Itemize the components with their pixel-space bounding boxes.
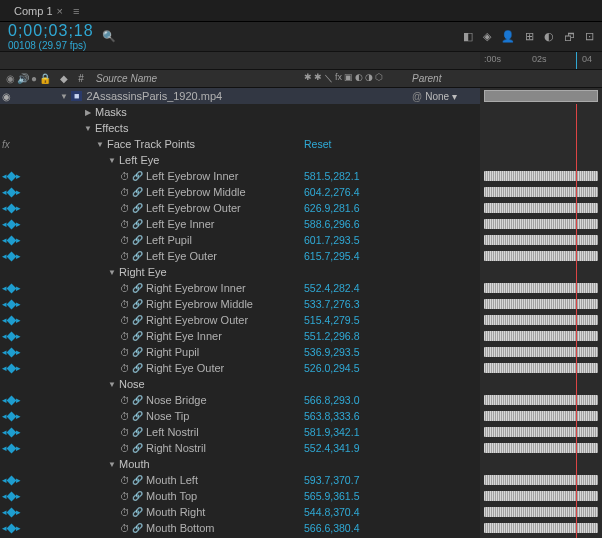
property-value[interactable]: 552.4,282.4 [304,282,412,294]
brain-icon[interactable]: ⊡ [585,30,594,43]
layer-color-label[interactable]: ■ [71,91,82,101]
property-value[interactable]: 593.7,370.7 [304,474,412,486]
twirl-icon[interactable]: ▼ [108,460,116,469]
keyframe-track[interactable] [484,315,598,325]
keyframe-diamond-icon[interactable] [7,363,17,373]
panel-menu-icon[interactable]: ≡ [73,5,79,17]
link-icon[interactable]: 🔗 [132,475,143,485]
link-icon[interactable]: 🔗 [132,395,143,405]
link-icon[interactable]: 🔗 [132,331,143,341]
label-col-icon[interactable]: ◆ [60,73,72,84]
stopwatch-icon[interactable]: ⏱ [120,299,130,310]
keyframe-diamond-icon[interactable] [7,411,17,421]
comp-tab[interactable]: Comp 1 × [6,2,71,20]
pickwhip-icon[interactable]: @ [412,91,422,102]
twirl-icon[interactable]: ▼ [108,380,116,389]
stopwatch-icon[interactable]: ⏱ [120,219,130,230]
twirl-icon[interactable]: ▼ [96,140,104,149]
twirl-icon[interactable]: ▼ [108,268,116,277]
keyframe-track[interactable] [484,235,598,245]
keyframe-track[interactable] [484,283,598,293]
stopwatch-icon[interactable]: ⏱ [120,171,130,182]
frame-blend-icon[interactable]: ⊞ [525,30,534,43]
keyframe-track[interactable] [484,171,598,181]
keyframe-diamond-icon[interactable] [7,507,17,517]
comp-flowchart-icon[interactable]: ◧ [463,30,473,43]
keyframe-diamond-icon[interactable] [7,235,17,245]
stopwatch-icon[interactable]: ⏱ [120,523,130,534]
keyframe-diamond-icon[interactable] [7,219,17,229]
stopwatch-icon[interactable]: ⏱ [120,475,130,486]
stopwatch-icon[interactable]: ⏱ [120,235,130,246]
stopwatch-icon[interactable]: ⏱ [120,203,130,214]
collapse-icon[interactable]: ✱ [314,72,322,85]
twirl-icon[interactable]: ▼ [84,124,92,133]
link-icon[interactable]: 🔗 [132,187,143,197]
link-icon[interactable]: 🔗 [132,283,143,293]
link-icon[interactable]: 🔗 [132,235,143,245]
property-value[interactable]: 588.6,296.6 [304,218,412,230]
keyframe-track[interactable] [484,187,598,197]
keyframe-track[interactable] [484,427,598,437]
link-icon[interactable]: 🔗 [132,411,143,421]
property-value[interactable]: 565.9,361.5 [304,490,412,502]
close-icon[interactable]: × [57,5,63,17]
layer-name[interactable]: 2AssassinsParis_1920.mp4 [86,90,222,102]
link-icon[interactable]: 🔗 [132,171,143,181]
link-icon[interactable]: 🔗 [132,523,143,533]
adjust-icon[interactable]: ◑ [365,72,373,85]
keyframe-track[interactable] [484,203,598,213]
property-value[interactable]: 581.5,282.1 [304,170,412,182]
keyframe-track[interactable] [484,347,598,357]
stopwatch-icon[interactable]: ⏱ [120,283,130,294]
keyframe-diamond-icon[interactable] [7,315,17,325]
stopwatch-icon[interactable]: ⏱ [120,491,130,502]
keyframe-track[interactable] [484,443,598,453]
motion-blur-icon[interactable]: ◐ [544,30,554,43]
link-icon[interactable]: 🔗 [132,203,143,213]
keyframe-track[interactable] [484,299,598,309]
keyframe-track[interactable] [484,251,598,261]
keyframe-track[interactable] [484,219,598,229]
playhead[interactable] [576,52,577,69]
shy-icon[interactable]: ✱ [304,72,312,85]
keyframe-diamond-icon[interactable] [7,203,17,213]
keyframe-track[interactable] [484,491,598,501]
keyframe-diamond-icon[interactable] [7,347,17,357]
property-value[interactable]: 604.2,276.4 [304,186,412,198]
link-icon[interactable]: 🔗 [132,443,143,453]
quality-icon[interactable]: ＼ [324,72,333,85]
stopwatch-icon[interactable]: ⏱ [120,331,130,342]
twirl-icon[interactable]: ▶ [84,108,92,117]
keyframe-diamond-icon[interactable] [7,443,17,453]
source-header[interactable]: Source Name [90,73,304,84]
keyframe-track[interactable] [484,395,598,405]
stopwatch-icon[interactable]: ⏱ [120,395,130,406]
stopwatch-icon[interactable]: ⏱ [120,187,130,198]
keyframe-track[interactable] [484,363,598,373]
property-value[interactable]: 544.8,370.4 [304,506,412,518]
property-value[interactable]: 563.8,333.6 [304,410,412,422]
property-value[interactable]: 601.7,293.5 [304,234,412,246]
property-value[interactable]: 551.2,296.8 [304,330,412,342]
property-value[interactable]: 526.0,294.5 [304,362,412,374]
keyframe-track[interactable] [484,411,598,421]
keyframe-track[interactable] [484,475,598,485]
link-icon[interactable]: 🔗 [132,491,143,501]
property-value[interactable]: 552.4,341.9 [304,442,412,454]
link-icon[interactable]: 🔗 [132,219,143,229]
frameblend-icon[interactable]: ▣ [344,72,353,85]
property-value[interactable]: 536.9,293.5 [304,346,412,358]
time-ruler[interactable]: :00s 02s 04 [480,52,602,69]
fx-icon[interactable]: fx [335,72,342,85]
parent-dropdown[interactable]: @None▾ [412,91,480,102]
search-icon[interactable]: 🔍 [102,30,116,43]
link-icon[interactable]: 🔗 [132,315,143,325]
keyframe-diamond-icon[interactable] [7,331,17,341]
stopwatch-icon[interactable]: ⏱ [120,411,130,422]
stopwatch-icon[interactable]: ⏱ [120,363,130,374]
property-value[interactable]: 533.7,276.3 [304,298,412,310]
property-value[interactable]: 566.8,293.0 [304,394,412,406]
keyframe-diamond-icon[interactable] [7,251,17,261]
stopwatch-icon[interactable]: ⏱ [120,443,130,454]
